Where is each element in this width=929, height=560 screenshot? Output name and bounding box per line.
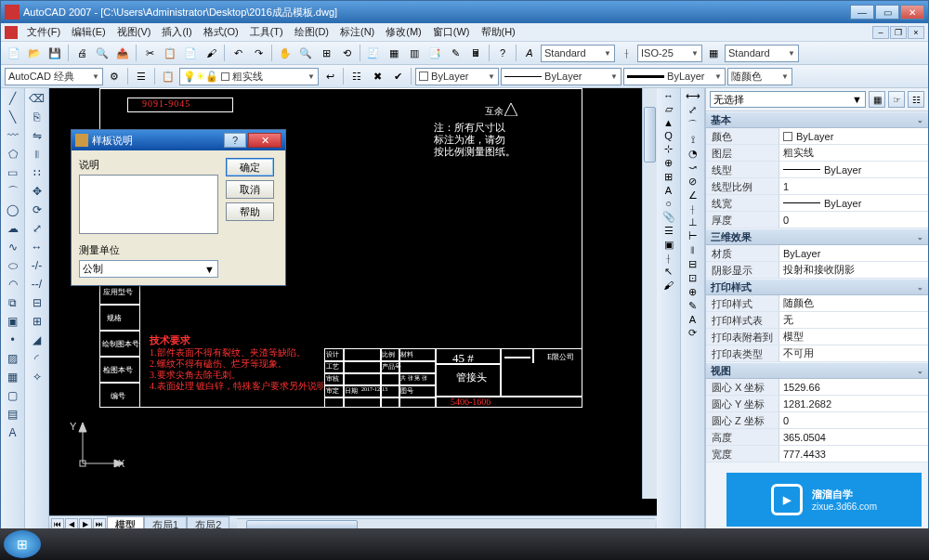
centermark-tool[interactable]: ⊕	[688, 286, 697, 298]
dimrad-tool[interactable]: ◔	[688, 148, 698, 160]
menu-file[interactable]: 文件(F)	[21, 23, 66, 41]
dimstyle-icon[interactable]: ⟊	[617, 44, 635, 62]
publish-button[interactable]: 📤	[113, 44, 132, 62]
print-button[interactable]: 🖨	[72, 44, 91, 62]
dsgnctr-button[interactable]: ▦	[385, 44, 403, 62]
properties-button[interactable]: 🧾	[364, 44, 383, 62]
menu-draw[interactable]: 绘图(D)	[289, 23, 334, 41]
layerprops-button[interactable]: 📋	[159, 67, 177, 85]
text-icon[interactable]: A	[665, 185, 672, 196]
erase-tool[interactable]: ⌫	[28, 90, 46, 107]
copy-tool[interactable]: ⎘	[28, 109, 46, 125]
mtext-tool[interactable]: A	[4, 424, 22, 441]
dialog-help-button[interactable]: ?	[224, 133, 246, 148]
ellipse-tool[interactable]: ⬭	[4, 257, 22, 274]
textstyle-icon[interactable]: A	[520, 44, 539, 62]
help-button-dlg[interactable]: 帮助	[226, 202, 274, 221]
locate-tool[interactable]: ⊕	[664, 157, 673, 169]
dimstyle-combo[interactable]: ISO-25▼	[637, 45, 702, 62]
prop-row[interactable]: 阴影显示投射和接收阴影	[706, 262, 928, 279]
pline-tool[interactable]: 〰	[4, 127, 22, 144]
block-tool[interactable]: ▣	[4, 313, 22, 330]
minimize-button[interactable]: —	[850, 5, 874, 20]
prop-row[interactable]: 线宽ByLayer	[706, 195, 928, 212]
layermcur-button[interactable]: ✔	[388, 67, 407, 85]
sheetset-button[interactable]: 📑	[425, 44, 444, 62]
undo-button[interactable]: ↶	[229, 44, 247, 62]
ellipsearc-tool[interactable]: ◠	[4, 276, 22, 293]
calc-button[interactable]: 🖩	[466, 44, 485, 62]
cancel-button[interactable]: 取消	[226, 180, 274, 199]
unit-combo[interactable]: 公制▼	[79, 260, 218, 278]
dim-icon[interactable]: ⟊	[665, 253, 672, 264]
menu-dim[interactable]: 标注(N)	[334, 23, 380, 41]
paste-button[interactable]: 📄	[181, 44, 200, 62]
rect-tool[interactable]: ▭	[4, 164, 22, 181]
tablestyle-combo[interactable]: Standard▼	[725, 45, 799, 62]
menu-tools[interactable]: 工具(T)	[244, 23, 289, 41]
dimupdate-tool[interactable]: ⟳	[688, 327, 697, 339]
color-combo[interactable]: ByLayer▼	[415, 68, 499, 85]
prop-row[interactable]: 线型ByLayer	[706, 162, 928, 178]
prop-row[interactable]: 高度365.0504	[706, 429, 928, 446]
plotstyle-combo[interactable]: 随颜色▼	[727, 68, 792, 85]
point-tool[interactable]: •	[4, 332, 22, 348]
lineweight-combo[interactable]: ByLayer▼	[623, 68, 726, 85]
tolerance-tool[interactable]: ⊡	[688, 272, 697, 284]
dimang-tool[interactable]: ∠	[688, 189, 698, 202]
dimbase-tool[interactable]: ⊥	[688, 216, 698, 228]
selection-combo[interactable]: 无选择▼	[710, 91, 866, 108]
prop-row[interactable]: 厚度0	[706, 212, 928, 228]
break-tool[interactable]: ⊟	[28, 294, 46, 311]
workspace-combo[interactable]: AutoCAD 经典▼	[5, 68, 103, 85]
explode-tool[interactable]: ✧	[28, 369, 46, 385]
prop-group-打印样式[interactable]: 打印样式⌄	[706, 279, 928, 295]
tablestyle-icon[interactable]: ▦	[704, 44, 723, 62]
prop-row[interactable]: 打印表类型不可用	[706, 345, 928, 362]
dimcont-tool[interactable]: ⊢	[688, 230, 698, 242]
circle-tool[interactable]: ◯	[4, 202, 22, 218]
menu-edit[interactable]: 编辑(E)	[66, 23, 111, 41]
id-tool[interactable]: ⊹	[664, 143, 673, 155]
toolpal-button[interactable]: ▥	[405, 44, 424, 62]
zoom-button[interactable]: 🔍	[296, 44, 315, 62]
help-button[interactable]: ?	[493, 44, 512, 62]
open-button[interactable]: 📂	[25, 44, 44, 62]
move-tool[interactable]: ✥	[28, 183, 46, 200]
matchprop-button[interactable]: 🖌	[202, 44, 220, 62]
copy-button[interactable]: 📋	[161, 44, 179, 62]
close-button[interactable]: ✕	[900, 5, 924, 20]
insert-tool[interactable]: ⧉	[4, 294, 22, 311]
circle-icon[interactable]: ○	[665, 198, 672, 209]
linetype-combo[interactable]: ByLayer▼	[501, 68, 622, 85]
prop-row[interactable]: 打印样式表无	[706, 312, 928, 329]
prop-group-三维效果[interactable]: 三维效果⌄	[706, 228, 928, 245]
gradient-tool[interactable]: ▦	[4, 369, 22, 385]
menu-insert[interactable]: 插入(I)	[156, 23, 197, 41]
rotate-tool[interactable]: ⟳	[28, 202, 46, 218]
layer-icon[interactable]: ☰	[664, 225, 674, 237]
dimbreak-tool[interactable]: ⊟	[688, 258, 697, 270]
layermgr-button[interactable]: ☰	[132, 67, 150, 85]
array-tool[interactable]: ∷	[28, 164, 46, 181]
extend-tool[interactable]: --/	[28, 276, 46, 293]
maximize-button[interactable]: ▭	[875, 5, 899, 20]
desc-textarea[interactable]	[79, 175, 218, 234]
prop-row[interactable]: 圆心 Y 坐标1281.2682	[706, 396, 928, 412]
dialog-titlebar[interactable]: 样板说明 ? ✕	[72, 130, 285, 150]
chamfer-tool[interactable]: ◢	[28, 332, 46, 348]
start-button[interactable]: ⊞	[4, 530, 41, 558]
mirror-tool[interactable]: ⇋	[28, 127, 46, 144]
paint-icon[interactable]: 🖌	[663, 280, 674, 291]
prop-row[interactable]: 宽度777.4433	[706, 446, 928, 462]
prop-row[interactable]: 打印表附着到模型	[706, 329, 928, 345]
zoomprev-button[interactable]: ⟲	[337, 44, 356, 62]
dimtedit-tool[interactable]: A	[689, 314, 696, 325]
selectobj-button[interactable]: ☷	[908, 91, 924, 108]
line-tool[interactable]: ╱	[4, 90, 22, 107]
menu-help[interactable]: 帮助(H)	[476, 23, 521, 41]
region-tool[interactable]: ▢	[4, 387, 22, 404]
dialog-close-button[interactable]: ✕	[248, 133, 281, 148]
doc-restore-button[interactable]: ❐	[890, 26, 907, 39]
dimdia-tool[interactable]: ⊘	[688, 176, 697, 188]
